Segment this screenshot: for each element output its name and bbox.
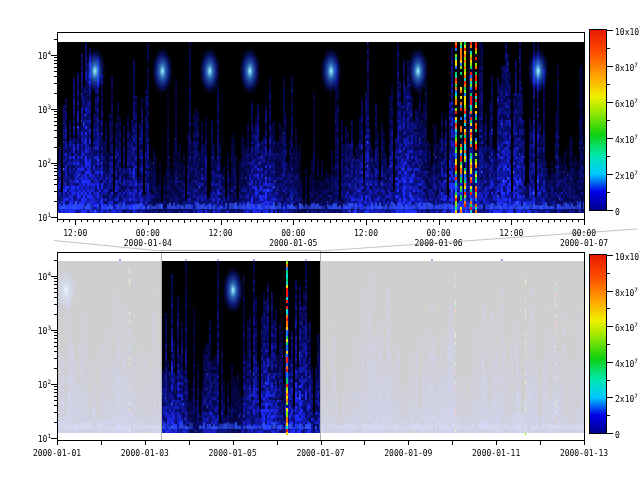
bot-y-tick-label: 102	[21, 379, 51, 390]
bottom-x-date-label: 2000-01-13	[546, 449, 622, 458]
bottom-colorbar	[589, 254, 607, 434]
selection-connector-right	[320, 229, 637, 251]
top-x-time-label: 00:00	[273, 229, 313, 238]
top-colorbar-tick-label: 6x107	[615, 98, 640, 109]
zoomed-spectrogram-canvas[interactable]	[57, 32, 584, 219]
overview-spectrogram-canvas[interactable]	[57, 252, 584, 440]
bottom-x-date-label: 2000-01-07	[283, 449, 359, 458]
top-x-time-label: 12:00	[346, 229, 386, 238]
top-x-time-label: 00:00	[128, 229, 168, 238]
top-x-time-label: 12:00	[491, 229, 531, 238]
bottom-x-date-label: 2000-01-01	[19, 449, 95, 458]
top-colorbar-tick-label: 8x107	[615, 62, 640, 73]
plot-window: 10110210310410110210310412:0000:002000-0…	[0, 0, 640, 480]
top-x-date-label: 2000-01-07	[546, 239, 622, 248]
top-x-date-label: 2000-01-05	[255, 239, 331, 248]
top-y-tick-label: 101	[21, 212, 51, 223]
bot-colorbar-tick-label: 6x107	[615, 322, 640, 333]
top-colorbar-tick-label: 0	[615, 206, 640, 217]
bot-colorbar-tick-label: 8x107	[615, 287, 640, 298]
top-colorbar-tick-label: 4x107	[615, 134, 640, 145]
selection-connector-left	[54, 241, 161, 252]
bot-colorbar-tick-label: 2x107	[615, 393, 640, 404]
bottom-x-date-label: 2000-01-03	[107, 449, 183, 458]
top-colorbar	[589, 29, 607, 211]
top-x-date-label: 2000-01-04	[110, 239, 186, 248]
bottom-x-date-label: 2000-01-05	[195, 449, 271, 458]
bottom-x-date-label: 2000-01-09	[370, 449, 446, 458]
top-colorbar-tick-label: 2x107	[615, 170, 640, 181]
top-y-tick-label: 102	[21, 158, 51, 169]
top-x-time-label: 00:00	[419, 229, 459, 238]
top-x-date-label: 2000-01-06	[401, 239, 477, 248]
bot-colorbar-tick-label: 4x107	[615, 358, 640, 369]
top-colorbar-tick-label: 10x107	[615, 26, 640, 37]
bot-y-tick-label: 104	[21, 271, 51, 282]
bottom-x-date-label: 2000-01-11	[458, 449, 534, 458]
top-y-tick-label: 104	[21, 50, 51, 61]
bot-colorbar-tick-label: 10x107	[615, 251, 640, 262]
top-x-time-label: 00:00	[564, 229, 604, 238]
top-x-time-label: 12:00	[55, 229, 95, 238]
top-x-time-label: 12:00	[201, 229, 241, 238]
bot-y-tick-label: 101	[21, 433, 51, 444]
top-y-tick-label: 103	[21, 104, 51, 115]
bot-colorbar-tick-label: 0	[615, 429, 640, 440]
bot-y-tick-label: 103	[21, 325, 51, 336]
